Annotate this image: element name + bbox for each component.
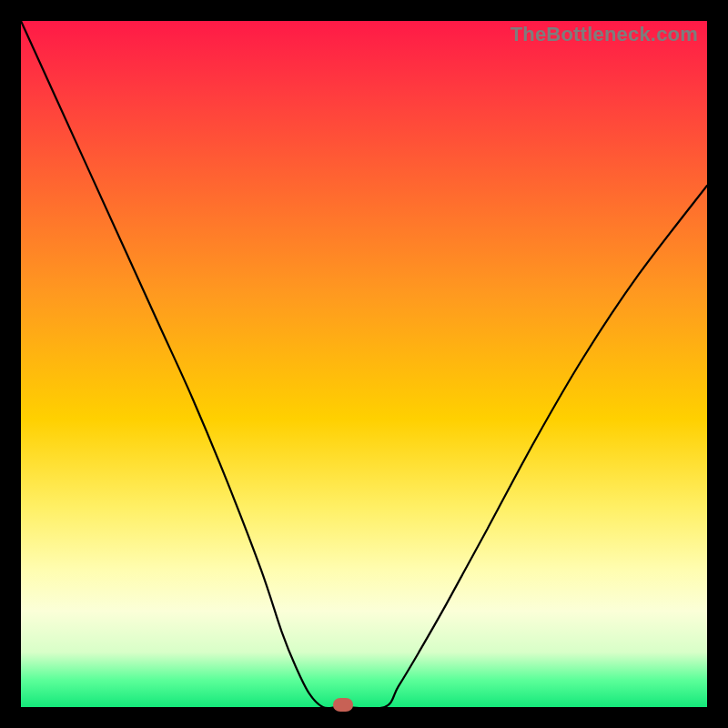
plot-area: TheBottleneck.com xyxy=(21,21,707,707)
bottleneck-curve xyxy=(21,21,707,707)
optimal-point-marker xyxy=(333,698,353,712)
chart-frame: TheBottleneck.com xyxy=(0,0,728,728)
